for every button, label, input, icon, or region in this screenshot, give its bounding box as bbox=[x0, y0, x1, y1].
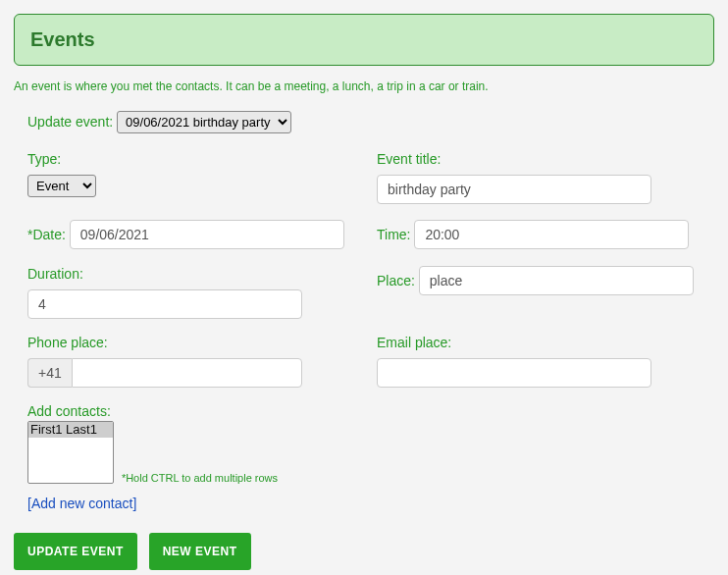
update-event-row: Update event: 09/06/2021 birthday party bbox=[14, 111, 714, 137]
duration-input[interactable] bbox=[27, 289, 302, 319]
time-input[interactable] bbox=[414, 220, 689, 249]
update-event-label: Update event: bbox=[27, 114, 113, 130]
panel-title: Events bbox=[30, 28, 95, 50]
place-label: Place: bbox=[377, 273, 415, 288]
phone-place-group: +41 bbox=[27, 358, 302, 388]
phone-place-label: Phone place: bbox=[27, 335, 108, 350]
contacts-hint: *Hold CTRL to add multiple rows bbox=[122, 472, 278, 484]
date-input[interactable] bbox=[70, 220, 344, 249]
add-contacts-select[interactable]: First1 Last1 bbox=[27, 421, 114, 484]
type-select[interactable]: Event bbox=[27, 175, 96, 197]
add-new-contact-link[interactable]: [Add new contact] bbox=[27, 496, 136, 511]
action-buttons: UPDATE EVENT NEW EVENT bbox=[14, 533, 714, 570]
phone-place-input[interactable] bbox=[72, 358, 302, 388]
date-label: *Date: bbox=[27, 227, 66, 242]
type-label: Type: bbox=[27, 151, 61, 167]
update-event-select[interactable]: 09/06/2021 birthday party bbox=[117, 111, 291, 133]
intro-text: An event is where you met the contacts. … bbox=[14, 79, 714, 93]
email-place-label: Email place: bbox=[377, 335, 451, 350]
add-contacts-label: Add contacts: bbox=[27, 403, 111, 419]
email-place-input[interactable] bbox=[377, 358, 651, 388]
event-title-input[interactable] bbox=[377, 175, 651, 204]
event-title-label: Event title: bbox=[377, 151, 441, 167]
duration-label: Duration: bbox=[27, 266, 83, 282]
time-label: Time: bbox=[377, 227, 410, 242]
phone-prefix: +41 bbox=[27, 358, 72, 388]
new-event-button[interactable]: NEW EVENT bbox=[149, 533, 251, 570]
update-event-button[interactable]: UPDATE EVENT bbox=[14, 533, 137, 570]
place-input[interactable] bbox=[419, 266, 694, 295]
events-panel-header: Events bbox=[14, 14, 714, 66]
